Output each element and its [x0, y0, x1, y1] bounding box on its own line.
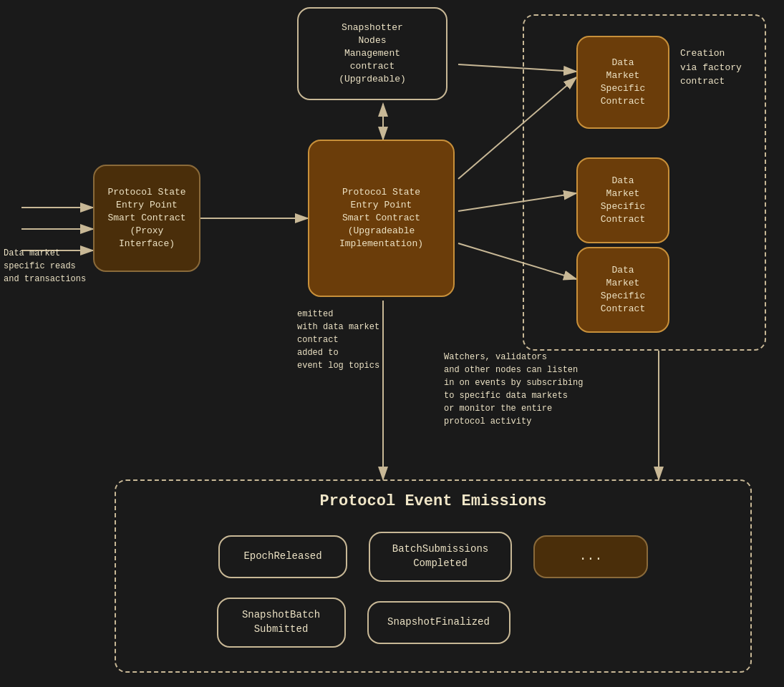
implementation-node: Protocol State Entry Point Smart Contrac… [308, 140, 455, 297]
snapshot-finalized-node: SnapshotFinalized [367, 601, 510, 644]
snapshot-batch-label: SnapshotBatch Submitted [242, 608, 320, 636]
epoch-released-node: EpochReleased [218, 535, 347, 578]
events-section: Protocol Event Emissions EpochReleased B… [115, 479, 752, 673]
proxy-node: Protocol State Entry Point Smart Contrac… [93, 165, 200, 272]
creation-label: Creation via factory contract [680, 47, 773, 89]
dm1-label: Data Market Specific Contract [601, 57, 645, 109]
events-title: Protocol Event Emissions [320, 492, 547, 510]
proxy-label: Protocol State Entry Point Smart Contrac… [105, 186, 189, 251]
dm3-label: Data Market Specific Contract [601, 264, 645, 316]
dm1-node: Data Market Specific Contract [576, 36, 669, 129]
ellipsis-label: ... [579, 547, 602, 565]
epoch-released-label: EpochReleased [243, 550, 321, 564]
batch-submissions-label: BatchSubmissions Completed [392, 542, 488, 570]
dm3-node: Data Market Specific Contract [576, 247, 669, 333]
snapshot-finalized-label: SnapshotFinalized [387, 615, 490, 630]
snapshotter-node: Snapshotter Nodes Management contract (U… [297, 7, 447, 100]
dm2-node: Data Market Specific Contract [576, 157, 669, 243]
watchers-label: Watchers, validators and other nodes can… [444, 351, 652, 428]
implementation-label: Protocol State Entry Point Smart Contrac… [339, 186, 423, 251]
emitted-label: emitted with data market contract added … [297, 308, 390, 372]
reads-label: Data market specific reads and transacti… [4, 247, 97, 286]
snapshotter-label: Snapshotter Nodes Management contract (U… [339, 21, 406, 87]
diagram-container: Snapshotter Nodes Management contract (U… [0, 0, 784, 687]
ellipsis-node: ... [533, 535, 648, 578]
batch-submissions-node: BatchSubmissions Completed [369, 532, 512, 582]
dm2-label: Data Market Specific Contract [601, 175, 645, 227]
snapshot-batch-node: SnapshotBatch Submitted [217, 598, 346, 648]
